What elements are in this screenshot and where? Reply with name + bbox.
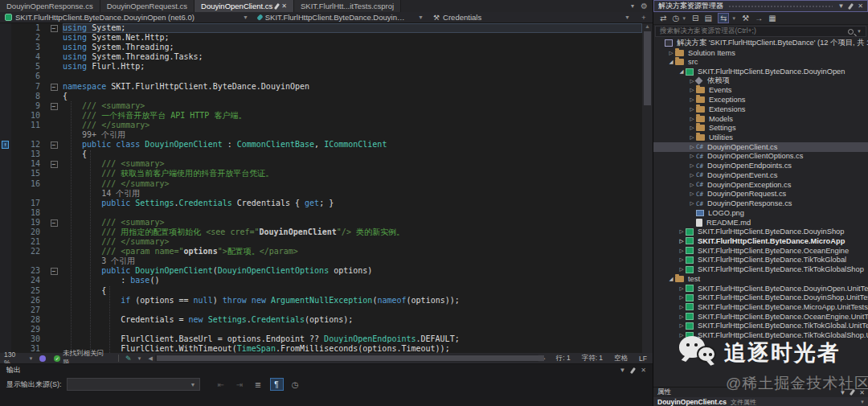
code-line[interactable]: 2using System.Net.Http; bbox=[0, 33, 642, 43]
fold-marker[interactable]: − bbox=[45, 218, 63, 228]
expander-right-icon[interactable]: ▷ bbox=[688, 125, 696, 131]
expander-right-icon[interactable]: ▷ bbox=[688, 200, 696, 207]
properties-object-dropdown[interactable]: DouyinOpenClient.cs 文件属性 ▼ bbox=[653, 397, 868, 406]
inheritance-margin-icon[interactable]: ↑ bbox=[2, 141, 9, 149]
pin-icon[interactable] bbox=[274, 2, 280, 9]
expander-down-icon[interactable]: ◢ bbox=[667, 59, 675, 65]
fold-marker[interactable]: − bbox=[45, 266, 63, 276]
pin-icon[interactable] bbox=[850, 389, 855, 396]
editor-vertical-scrollbar[interactable]: ▲ bbox=[642, 23, 653, 353]
tree-item-douyinopenresponse.cs[interactable]: ▷C#DouyinOpenResponse.cs bbox=[653, 199, 868, 208]
tree-item-skit.flurlhttpclient.bytedance.tiktokglobalshop.unittests[interactable]: ▷SKIT.FlurlHttpClient.ByteDance.TikTokGl… bbox=[653, 330, 868, 340]
split-editor-button[interactable]: + bbox=[635, 14, 653, 22]
expander-down-icon[interactable]: ◢ bbox=[667, 276, 675, 282]
solution-explorer-titlebar[interactable]: 解决方案资源管理器 ▼ ✕ bbox=[653, 0, 868, 12]
expander-right-icon[interactable]: ▷ bbox=[688, 172, 696, 178]
chevron-down-icon[interactable]: ▼ bbox=[837, 2, 844, 10]
tree-item-skit.flurlhttpclient.bytedance.tiktokglobal[interactable]: ▷SKIT.FlurlHttpClient.ByteDance.TikTokGl… bbox=[653, 256, 868, 265]
scrollbar-thumb[interactable] bbox=[157, 355, 544, 361]
editor-horizontal-scrollbar[interactable] bbox=[155, 355, 538, 362]
previous-message-icon[interactable]: ⇤ bbox=[215, 378, 228, 391]
expander-right-icon[interactable]: ▷ bbox=[688, 162, 696, 169]
code-line[interactable]: 11 /// </summary> bbox=[0, 121, 642, 130]
tree-item-douyinopenclientoptions.cs[interactable]: ▷C#DouyinOpenClientOptions.cs bbox=[653, 152, 868, 162]
status-column[interactable]: 字符: 1 bbox=[576, 354, 608, 363]
expander-right-icon[interactable]: ▷ bbox=[678, 332, 686, 338]
expander-right-icon[interactable]: ▷ bbox=[678, 256, 686, 263]
expander-right-icon[interactable]: ▷ bbox=[688, 96, 696, 103]
collapse-all-icon[interactable]: ⊟ bbox=[692, 14, 698, 23]
tree-item-douyinopenrequest.cs[interactable]: ▷C#DouyinOpenRequest.cs bbox=[653, 190, 868, 199]
expander-right-icon[interactable]: ▷ bbox=[667, 50, 675, 56]
fold-marker[interactable]: − bbox=[45, 101, 63, 111]
expander-right-icon[interactable]: ▷ bbox=[688, 191, 696, 197]
tree-item-models[interactable]: ▷Models bbox=[653, 114, 868, 124]
expander-right-icon[interactable]: ▷ bbox=[678, 285, 686, 292]
expander-right-icon[interactable]: ▷ bbox=[688, 116, 696, 122]
live-share-icon[interactable] bbox=[39, 355, 46, 362]
code-line[interactable]: 29 bbox=[0, 325, 642, 334]
code-line[interactable]: 17 public Settings.Credentials Credentia… bbox=[0, 199, 642, 208]
tree-item-test[interactable]: ◢test bbox=[653, 274, 868, 284]
code-editor[interactable]: 1−using System;2using System.Net.Http;3u… bbox=[0, 23, 642, 353]
close-icon[interactable]: ✕ bbox=[641, 367, 646, 374]
expander-right-icon[interactable]: ▷ bbox=[678, 266, 686, 273]
tree-item-skit.flurlhttpclient.bytedance.douyinopen[interactable]: ◢SKIT.FlurlHttpClient.ByteDance.DouyinOp… bbox=[653, 67, 868, 76]
tree-item-extensions[interactable]: ▷Extensions bbox=[653, 105, 868, 114]
pending-changes-filter-icon[interactable]: ◷ bbox=[672, 14, 679, 23]
code-line[interactable]: 1−using System; bbox=[0, 23, 642, 33]
window-settings-gear-icon[interactable]: ⚙ bbox=[641, 2, 648, 10]
expander-right-icon[interactable]: ▷ bbox=[678, 314, 686, 320]
expander-down-icon[interactable]: ◢ bbox=[678, 68, 686, 75]
fold-marker[interactable]: − bbox=[45, 140, 63, 150]
expander-right-icon[interactable]: ▷ bbox=[688, 182, 696, 188]
scroll-up-icon[interactable]: ▲ bbox=[642, 23, 653, 29]
expander-right-icon[interactable]: ▷ bbox=[678, 322, 686, 329]
tree-item-skit.flurlhttpclient.bytedance.microapp.unittests[interactable]: ▷SKIT.FlurlHttpClient.ByteDance.MicroApp… bbox=[653, 302, 868, 312]
tree-item-douyinopenendpoints.cs[interactable]: ▷C#DouyinOpenEndpoints.cs bbox=[653, 161, 868, 170]
expander-right-icon[interactable]: ▷ bbox=[688, 87, 696, 93]
tree-item-src[interactable]: ◢src bbox=[653, 57, 868, 67]
status-line[interactable]: 行: 1 bbox=[551, 354, 576, 363]
breadcrumb-type-dropdown[interactable]: SKIT.FlurlHttpClient.ByteDance.DouyinOpe… bbox=[253, 12, 428, 23]
tree-item-douyinopenclient.cs[interactable]: ▷C#DouyinOpenClient.cs bbox=[653, 142, 868, 152]
expander-right-icon[interactable]: ▷ bbox=[688, 153, 696, 159]
solution-search-input[interactable]: 搜索解决方案资源管理器(Ctrl+;) ▼ bbox=[655, 26, 866, 37]
code-line[interactable]: 15 /// 获取当前客户端使用的抖音开放平台凭证。 bbox=[0, 169, 642, 178]
tree-item-skit.flurlhttpclient.bytedance.oceanengine.unittests[interactable]: ▷SKIT.FlurlHttpClient.ByteDance.OceanEng… bbox=[653, 312, 868, 322]
expander-right-icon[interactable]: ▷ bbox=[688, 106, 696, 113]
expander-right-icon[interactable]: ▷ bbox=[688, 134, 696, 141]
tree-item-skit.flurlhttpclient.bytedance.microapp[interactable]: ▷SKIT.FlurlHttpClient.ByteDance.MicroApp bbox=[653, 236, 868, 246]
fold-marker[interactable]: − bbox=[45, 82, 63, 92]
fold-marker[interactable]: − bbox=[45, 159, 63, 169]
tree-item--skit.flurlhttpclient.bytedance-12-12-[interactable]: 解决方案 'SKIT.FlurlHttpClient.ByteDance' (1… bbox=[653, 39, 868, 48]
unload-reload-icon[interactable]: → bbox=[755, 14, 763, 23]
status-spaces[interactable]: 空格 bbox=[608, 354, 633, 363]
code-line[interactable]: 7−namespace SKIT.FlurlHttpClient.ByteDan… bbox=[0, 82, 642, 92]
edit-mode-icon[interactable]: ✎ bbox=[125, 355, 132, 363]
codelens-line[interactable]: 99+ 个引用 bbox=[0, 130, 642, 140]
tree-item-readme.md[interactable]: README.md bbox=[653, 218, 868, 228]
code-line[interactable]: 13 { bbox=[0, 150, 642, 159]
tree-item-logo.png[interactable]: LOGO.png bbox=[653, 208, 868, 218]
show-all-files-icon[interactable]: ▤ bbox=[704, 14, 711, 23]
output-source-dropdown[interactable]: ▼ bbox=[67, 378, 200, 391]
expander-right-icon[interactable]: ▷ bbox=[678, 304, 686, 310]
preview-selected-icon[interactable]: ▦ bbox=[768, 14, 776, 23]
sync-with-active-document-icon[interactable]: ⇆ bbox=[718, 13, 729, 23]
code-line[interactable]: 26 if (options == null) throw new Argume… bbox=[0, 296, 642, 306]
code-line[interactable]: 6 bbox=[0, 72, 642, 81]
code-line[interactable]: 24 : base() bbox=[0, 276, 642, 285]
breadcrumb-project-dropdown[interactable]: SKIT.FlurlHttpClient.ByteDance.DouyinOpe… bbox=[0, 12, 253, 23]
code-line[interactable]: 4using System.Threading.Tasks; bbox=[0, 52, 642, 62]
status-eol[interactable]: LF bbox=[633, 355, 653, 363]
zoom-dropdown-icon[interactable]: ▼ bbox=[26, 356, 37, 361]
tree-item-douyinopenevent.cs[interactable]: ▷C#DouyinOpenEvent.cs bbox=[653, 170, 868, 180]
code-line[interactable]: 30 FlurlClient.BaseUrl = options.Endpoin… bbox=[0, 334, 642, 344]
fold-marker[interactable]: − bbox=[45, 23, 63, 33]
expander-right-icon[interactable]: ▷ bbox=[678, 248, 686, 254]
code-line[interactable]: 3using System.Threading; bbox=[0, 43, 642, 52]
scroll-left-icon[interactable]: ◀ bbox=[148, 355, 152, 362]
code-line[interactable]: 16 /// </summary> bbox=[0, 179, 642, 189]
tree-item-utilities[interactable]: ▷Utilities bbox=[653, 133, 868, 142]
